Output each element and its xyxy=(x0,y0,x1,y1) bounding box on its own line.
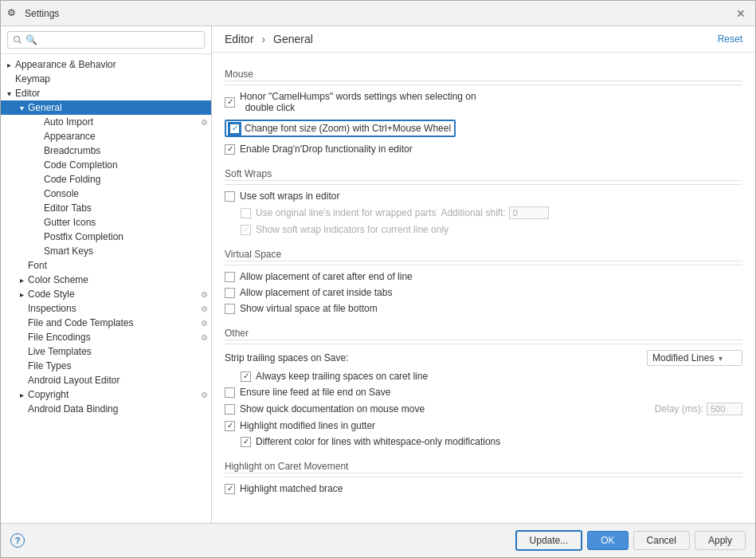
sidebar-item-label: Auto Import xyxy=(44,116,93,128)
sidebar-item-copyright[interactable]: Copyright ⚙ xyxy=(1,387,211,402)
sidebar-item-smart-keys[interactable]: Smart Keys xyxy=(1,244,211,258)
strip-trailing-row: Strip trailing spaces on Save: Modified … xyxy=(225,348,742,368)
sidebar-item-appearance-behavior[interactable]: Appearance & Behavior xyxy=(1,57,211,72)
sidebar-item-label: Postfix Completion xyxy=(44,231,123,242)
expand-icon xyxy=(33,117,42,127)
sidebar-item-file-code-templates[interactable]: File and Code Templates ⚙ xyxy=(1,316,211,330)
sidebar-item-general[interactable]: General xyxy=(1,100,211,115)
expand-icon xyxy=(17,375,26,385)
app-icon: ⚙ xyxy=(7,7,20,20)
camel-humps-checkbox[interactable] xyxy=(225,97,235,108)
sidebar-item-font[interactable]: Font xyxy=(1,258,211,273)
line-feed-save-checkbox[interactable] xyxy=(225,387,235,398)
sidebar-item-label: Code Style xyxy=(28,289,75,300)
settings-window: ⚙ Settings ✕ Appearance & Behavior Keyma… xyxy=(0,0,756,558)
wrap-indicators-checkbox[interactable] xyxy=(241,225,251,235)
sidebar-item-android-data-binding[interactable]: Android Data Binding xyxy=(1,402,211,416)
virtual-space-section-title: Virtual Space xyxy=(225,249,742,260)
cancel-button[interactable]: Cancel xyxy=(633,531,690,550)
caret-after-eol-checkbox[interactable] xyxy=(225,272,235,282)
highlight-brace-checkbox[interactable] xyxy=(225,484,235,494)
mouse-section-title: Mouse xyxy=(225,69,742,80)
diff-color-whitespace-checkbox[interactable] xyxy=(241,437,251,447)
soft-wraps-section-title: Soft Wraps xyxy=(225,168,742,179)
sidebar-item-android-layout-editor[interactable]: Android Layout Editor xyxy=(1,373,211,387)
sidebar-item-gutter-icons[interactable]: Gutter Icons xyxy=(1,215,211,230)
help-button[interactable]: ? xyxy=(10,533,25,548)
sidebar-item-code-folding[interactable]: Code Folding xyxy=(1,172,211,187)
sidebar-item-label: Keymap xyxy=(15,73,50,84)
keep-trailing-caret-checkbox[interactable] xyxy=(241,371,251,382)
sidebar-item-keymap[interactable]: Keymap xyxy=(1,72,211,86)
drag-drop-checkbox[interactable] xyxy=(225,144,235,155)
sidebar-item-file-types[interactable]: File Types xyxy=(1,359,211,373)
expand-icon xyxy=(33,246,42,256)
breadcrumb-separator: › xyxy=(261,33,265,45)
caret-after-eol-label: Allow placement of caret after end of li… xyxy=(240,271,413,282)
option-caret-after-eol: Allow placement of caret after end of li… xyxy=(225,269,742,285)
font-size-zoom-checkbox[interactable] xyxy=(229,124,240,134)
mouse-divider xyxy=(225,84,742,85)
expand-icon xyxy=(17,361,26,371)
use-soft-wraps-checkbox[interactable] xyxy=(225,191,235,202)
option-caret-inside-tabs: Allow placement of caret inside tabs xyxy=(225,285,742,301)
sidebar-item-live-templates[interactable]: Live Templates xyxy=(1,344,211,359)
expand-icon xyxy=(33,218,42,227)
quick-doc-mouse-checkbox[interactable] xyxy=(225,404,235,415)
update-button[interactable]: Update... xyxy=(515,530,583,551)
option-drag-drop: Enable Drag'n'Drop functionality in edit… xyxy=(225,141,742,157)
wrap-indicators-label: Show soft wrap indicators for current li… xyxy=(256,224,449,235)
panel-body: Mouse Honor "CamelHumps" words settings … xyxy=(212,53,755,523)
strip-dropdown[interactable]: Modified Lines ▾ xyxy=(647,350,742,366)
sidebar-item-inspections[interactable]: Inspections ⚙ xyxy=(1,301,211,316)
sidebar-item-appearance[interactable]: Appearance xyxy=(1,129,211,143)
expand-icon xyxy=(17,347,26,356)
reset-link[interactable]: Reset xyxy=(718,33,742,45)
sidebar-item-label: Color Scheme xyxy=(28,274,88,285)
sidebar-item-label: Android Layout Editor xyxy=(28,375,119,386)
delay-input[interactable] xyxy=(707,403,742,415)
right-panel: Editor › General Reset Mouse Honor "Came… xyxy=(212,26,755,523)
sidebar-item-file-encodings[interactable]: File Encodings ⚙ xyxy=(1,330,211,344)
sidebar: Appearance & Behavior Keymap Editor Gene… xyxy=(1,26,212,523)
option-highlight-brace: Highlight matched brace xyxy=(225,481,742,497)
option-original-indent: Use original line's indent for wrapped p… xyxy=(225,204,742,222)
sidebar-item-code-style[interactable]: Code Style ⚙ xyxy=(1,287,211,301)
config-icon: ⚙ xyxy=(201,333,208,342)
additional-shift-input[interactable] xyxy=(509,206,549,219)
highlight-modified-checkbox[interactable] xyxy=(225,421,235,431)
sidebar-item-label: Font xyxy=(28,260,47,271)
sidebar-item-label: Appearance xyxy=(44,131,96,142)
sidebar-item-editor[interactable]: Editor xyxy=(1,86,211,100)
sidebar-item-label: Smart Keys xyxy=(44,246,93,257)
virtual-space-bottom-checkbox[interactable] xyxy=(225,304,235,314)
sidebar-item-editor-tabs[interactable]: Editor Tabs xyxy=(1,201,211,215)
original-indent-checkbox[interactable] xyxy=(241,208,251,218)
search-input[interactable] xyxy=(7,31,205,49)
expand-icon xyxy=(33,160,42,170)
sidebar-item-auto-import[interactable]: Auto Import ⚙ xyxy=(1,115,211,129)
option-camel-humps: Honor "CamelHumps" words settings when s… xyxy=(225,88,742,116)
apply-button[interactable]: Apply xyxy=(695,531,746,550)
option-virtual-space-bottom: Show virtual space at file bottom xyxy=(225,301,742,316)
ok-button[interactable]: OK xyxy=(587,531,628,550)
expand-icon xyxy=(17,261,26,270)
breadcrumb-part2: General xyxy=(273,33,313,45)
option-keep-trailing-caret: Always keep trailing spaces on caret lin… xyxy=(225,368,742,384)
sidebar-item-console[interactable]: Console xyxy=(1,187,211,201)
sidebar-item-label: Inspections xyxy=(28,303,76,314)
caret-inside-tabs-checkbox[interactable] xyxy=(225,288,235,298)
sidebar-item-postfix-completion[interactable]: Postfix Completion xyxy=(1,230,211,244)
expand-icon xyxy=(17,289,26,299)
sidebar-item-breadcrumbs[interactable]: Breadcrumbs xyxy=(1,143,211,158)
panel-header: Editor › General Reset xyxy=(212,26,755,53)
highlight-caret-divider xyxy=(225,477,742,477)
expand-icon xyxy=(4,74,14,84)
sidebar-item-color-scheme[interactable]: Color Scheme xyxy=(1,273,211,287)
expand-icon xyxy=(33,175,42,184)
sidebar-item-code-completion[interactable]: Code Completion xyxy=(1,158,211,172)
expand-icon xyxy=(17,103,26,112)
drag-drop-label: Enable Drag'n'Drop functionality in edit… xyxy=(240,143,413,155)
sidebar-item-label: Editor xyxy=(15,88,40,99)
close-button[interactable]: ✕ xyxy=(733,6,749,22)
